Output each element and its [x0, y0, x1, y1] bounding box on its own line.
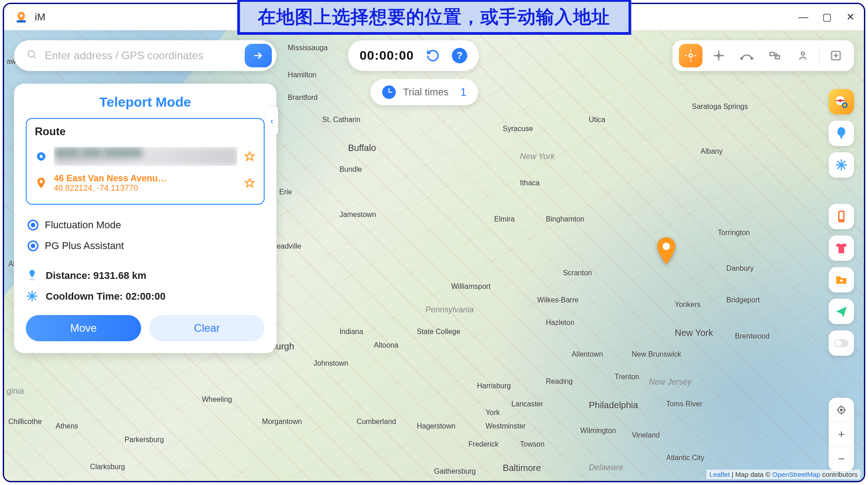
- collapse-panel-button[interactable]: ‹: [266, 106, 278, 135]
- two-spot-mode-button[interactable]: [707, 44, 730, 67]
- maximize-button[interactable]: ▢: [821, 11, 832, 23]
- option-label: PG Plus Assistant: [45, 240, 124, 252]
- svg-rect-18: [840, 212, 843, 219]
- svg-point-14: [839, 99, 841, 102]
- locate-button[interactable]: [829, 398, 854, 422]
- folder-add-icon[interactable]: [829, 267, 854, 292]
- pg-plus-option[interactable]: PG Plus Assistant: [28, 235, 263, 256]
- teleport-panel: ‹ Teleport Mode Route ████ ███ ██████ 46…: [14, 84, 276, 353]
- window-buttons: — ▢ ✕: [798, 11, 856, 23]
- route-destination-row[interactable]: 46 East Van Ness Avenu… 40.822124, -74.1…: [35, 170, 256, 197]
- zoom-in-button[interactable]: +: [829, 422, 854, 447]
- leaflet-link[interactable]: Leaflet: [709, 471, 730, 478]
- destination-address: 46 East Van Ness Avenu…: [54, 173, 237, 184]
- distance-icon: [26, 269, 39, 283]
- osm-link[interactable]: OpenStreetMap: [773, 471, 821, 478]
- favorite-star-icon[interactable]: [244, 151, 256, 162]
- paper-plane-icon[interactable]: [829, 299, 854, 324]
- options: Fluctuation Mode PG Plus Assistant: [26, 213, 265, 258]
- clock-icon: [382, 85, 396, 99]
- toggle-icon[interactable]: [829, 330, 854, 356]
- right-tool-stack: [829, 89, 854, 356]
- svg-point-11: [802, 52, 805, 55]
- annotation-text: 在地图上选择想要的位置，或手动输入地址: [258, 7, 610, 27]
- map-area[interactable]: Mississauga Hamilton Brantford St. Catha…: [4, 30, 864, 481]
- svg-point-20: [835, 340, 841, 346]
- svg-point-2: [663, 243, 670, 250]
- annotation-banner: 在地图上选择想要的位置，或手动输入地址: [237, 0, 631, 35]
- destination-coords: 40.822124, -74.113770: [54, 184, 237, 193]
- timer-value: 00:00:00: [360, 48, 414, 63]
- route-origin-text: ████ ███ ██████: [54, 147, 237, 166]
- distance-row: Distance: 9131.68 km: [26, 265, 265, 286]
- pin-start-icon: [35, 150, 47, 163]
- tshirt-icon[interactable]: [829, 235, 854, 261]
- import-gpx-button[interactable]: [824, 44, 848, 67]
- svg-point-5: [689, 54, 693, 57]
- svg-rect-1: [17, 20, 26, 23]
- zoom-controls: + −: [829, 398, 854, 471]
- svg-point-15: [843, 103, 847, 108]
- distance-text: Distance: 9131.68 km: [46, 270, 147, 282]
- radio-icon: [28, 240, 38, 251]
- route-box: Route ████ ███ ██████ 46 East Van Ness A…: [26, 118, 265, 205]
- route-origin-row[interactable]: ████ ███ ██████: [35, 143, 256, 170]
- route-label: Route: [35, 125, 256, 138]
- search-go-button[interactable]: [245, 44, 272, 67]
- joystick-mode-button[interactable]: [791, 44, 815, 67]
- app-window: iM — ▢ ✕ Mississauga Hamilton Brantford …: [3, 3, 865, 482]
- timer-pill: 00:00:00 ?: [348, 40, 479, 71]
- snowflake-icon[interactable]: [829, 152, 854, 178]
- map-marker-icon[interactable]: [655, 237, 677, 264]
- svg-point-22: [840, 409, 842, 411]
- svg-point-3: [28, 51, 34, 57]
- move-button[interactable]: Move: [26, 315, 141, 341]
- teleport-mode-button[interactable]: [679, 44, 702, 67]
- radio-icon: [28, 220, 38, 231]
- close-button[interactable]: ✕: [845, 11, 856, 23]
- pokemon-icon[interactable]: [829, 89, 854, 114]
- cooldown-text: Cooldown Time: 02:00:00: [46, 291, 166, 302]
- multi-spot-mode-button[interactable]: [735, 44, 759, 67]
- app-title: iM: [35, 11, 45, 23]
- trial-label: Trial times: [403, 86, 449, 98]
- map-attribution: Leaflet | Map data © OpenStreetMap contr…: [707, 470, 860, 479]
- svg-point-24: [40, 155, 43, 158]
- help-button[interactable]: ?: [452, 48, 467, 63]
- minimize-button[interactable]: —: [798, 11, 809, 23]
- trial-pill: Trial times 1: [370, 79, 478, 105]
- favorite-star-icon[interactable]: [244, 177, 256, 189]
- svg-point-26: [29, 278, 35, 281]
- jump-teleport-button[interactable]: [763, 44, 787, 67]
- search-input[interactable]: [45, 49, 245, 62]
- app-logo: [12, 8, 30, 26]
- search-bar: [14, 40, 276, 71]
- pin-end-icon: [35, 177, 47, 189]
- balloon-icon[interactable]: [829, 121, 854, 146]
- panel-buttons: Move Clear: [26, 315, 265, 341]
- svg-point-0: [20, 14, 23, 17]
- device-icon[interactable]: [829, 204, 854, 229]
- fluctuation-mode-option[interactable]: Fluctuation Mode: [28, 215, 263, 235]
- mode-toolbar: [673, 40, 854, 71]
- cooldown-icon: [26, 290, 39, 303]
- panel-title: Teleport Mode: [26, 94, 265, 110]
- search-icon: [27, 49, 38, 62]
- svg-line-4: [33, 56, 36, 58]
- refresh-button[interactable]: [425, 47, 441, 64]
- option-label: Fluctuation Mode: [45, 219, 121, 231]
- svg-rect-9: [770, 52, 774, 56]
- svg-point-16: [837, 127, 845, 136]
- stats: Distance: 9131.68 km Cooldown Time: 02:0…: [26, 265, 265, 307]
- clear-button[interactable]: Clear: [149, 315, 265, 341]
- svg-point-25: [40, 180, 43, 183]
- zoom-out-button[interactable]: −: [829, 447, 854, 471]
- trial-count: 1: [460, 86, 466, 99]
- separator: [819, 47, 820, 64]
- cooldown-row: Cooldown Time: 02:00:00: [26, 286, 265, 307]
